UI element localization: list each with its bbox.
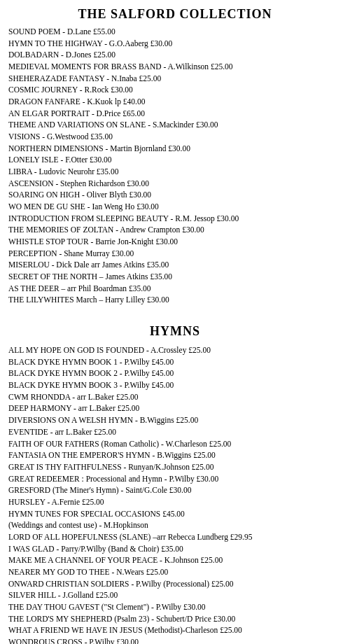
hymns-section-title: HYMNS [8,324,342,339]
list-item: MISERLOU - Dick Dale arr James Atkins £3… [8,259,342,271]
list-item: DIVERSIONS ON A WELSH HYMN - B.Wiggins £… [8,414,342,426]
list-item: WONDROUS CROSS - P.Wilby £30.00 [8,636,342,644]
list-item: HYMN TUNES FOR SPECIAL OCCASIONS £45.00 [8,508,342,520]
list-item: NORTHERN DIMENSIONS - Martin Bjornland £… [8,143,342,155]
list-item: AS THE DEER – arr Phil Boardman £35.00 [8,283,342,295]
list-item: FANTASIA ON THE EMPEROR'S HYMN - B.Wiggi… [8,449,342,461]
list-item: MAKE ME A CHANNEL OF YOUR PEACE - K.John… [8,554,342,566]
list-item: SILVER HILL - J.Golland £25.00 [8,589,342,601]
list-item: EVENTIDE - arr L.Baker £25.00 [8,426,342,438]
list-item: WHAT A FRIEND WE HAVE IN JESUS (Methodis… [8,624,342,636]
list-item: GREAT IS THY FAITHFULNESS - Runyan/K.Joh… [8,461,342,473]
list-item: THE LILYWHITES March – Harry Lilley £30.… [8,294,342,306]
list-item: THE LORD'S MY SHEPHERD (Psalm 23) - Schu… [8,613,342,625]
list-item: SOARING ON HIGH - Oliver Blyth £30.00 [8,189,342,201]
list-item: THEME AND VARIATIONS ON SLANE - S.Mackin… [8,119,342,131]
list-item: GRESFORD (The Miner's Hymn) - Saint/G.Co… [8,484,342,496]
list-item: COSMIC JOURNEY - R.Rock £30.00 [8,84,342,96]
list-item: CWM RHONDDA - arr L.Baker £25.00 [8,391,342,403]
list-item: LONELY ISLE - F.Otter £30.00 [8,154,342,166]
list-item: HURSLEY - A.Fernie £25.00 [8,496,342,508]
list-item: I WAS GLAD - Parry/P.Wilby (Band & Choir… [8,543,342,555]
list-item: LIBRA - Ludovic Neurohr £35.00 [8,166,342,178]
list-item: ASCENSION - Stephen Richardson £30.00 [8,178,342,190]
list-item: HYMN TO THE HIGHWAY - G.O.Aaberg £30.00 [8,38,342,50]
list-item: DRAGON FANFARE - K.Kuok lp £40.00 [8,96,342,108]
list-item: SOUND POEM - D.Lane £55.00 [8,26,342,38]
list-item: ONWARD CHRISTIAN SOLDIERS - P.Wilby (Pro… [8,578,342,590]
hymns-items-list: ALL MY HOPE ON GOD IS FOUNDED - A.Crossl… [8,344,342,644]
list-item: BLACK DYKE HYMN BOOK 2 - P.Wilby £45.00 [8,368,342,379]
list-item: AN ELGAR PORTRAIT - D.Price £65.00 [8,108,342,120]
list-item: WO MEN DE GU SHE - Ian Weng Ho £30.00 [8,201,342,213]
list-item: INTRODUCTION FROM SLEEPING BEAUTY - R.M.… [8,213,342,225]
list-item: MEDIEVAL MOMENTS FOR BRASS BAND - A.Wilk… [8,61,342,73]
list-item: FAITH OF OUR FATHERS (Roman Catholic) - … [8,438,342,450]
list-item: DOLBADARN - D.Jones £25.00 [8,49,342,61]
list-item: ALL MY HOPE ON GOD IS FOUNDED - A.Crossl… [8,344,342,356]
list-item: BLACK DYKE HYMN BOOK 1 - P.Wilby £45.00 [8,356,342,368]
main-title: THE SALFORD COLLECTION [8,7,342,22]
list-item: THE MEMORIES OF ZOLTAN - Andrew Crampton… [8,224,342,236]
list-item: THE DAY THOU GAVEST ("St Clement") - P.W… [8,601,342,613]
list-item: SECRET OF THE NORTH – James Atkins £35.0… [8,271,342,283]
list-item: NEARER MY GOD TO THEE - N.Wears £25.00 [8,566,342,578]
list-item: GREAT REDEEMER : Processional and Hymn -… [8,473,342,485]
list-item: WHISTLE STOP TOUR - Barrie Jon-Knight £3… [8,236,342,248]
list-item: BLACK DYKE HYMN BOOK 3 - P.Wilby £45.00 [8,379,342,391]
list-item: VISIONS - G.Westwood £35.00 [8,131,342,143]
page-container: THE SALFORD COLLECTION SOUND POEM - D.La… [8,7,342,644]
list-item: PERCEPTION - Shane Murray £30.00 [8,248,342,260]
list-item: SHEHERAZADE FANTASY - N.Inaba £25.00 [8,73,342,85]
salford-items-list: SOUND POEM - D.Lane £55.00HYMN TO THE HI… [8,26,342,306]
list-item: DEEP HARMONY - arr L.Baker £25.00 [8,402,342,414]
list-item: LORD OF ALL HOPEFULNESS (SLANE) –arr Reb… [8,531,342,543]
list-item: (Weddings and contest use) - M.Hopkinson [8,519,342,531]
